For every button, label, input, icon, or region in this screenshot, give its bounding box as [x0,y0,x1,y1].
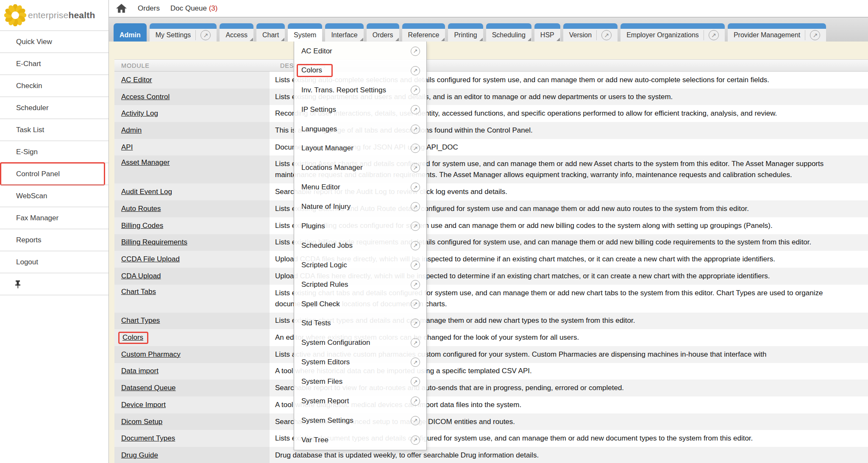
module-link-asset-manager[interactable]: Asset Manager [121,158,170,167]
menu-item-scripted-logic[interactable]: Scripted Logic↗ [294,255,426,275]
menu-item-nature-of-injury[interactable]: Nature of Injury↗ [294,197,426,216]
tab-chart[interactable]: Chart [256,23,285,42]
tab-my-settings[interactable]: My Settings↗ [150,23,217,42]
tab-admin[interactable]: Admin [114,23,147,42]
tab-scheduling[interactable]: Scheduling [486,23,531,42]
menu-item-scheduled-jobs[interactable]: Scheduled Jobs↗ [294,236,426,255]
module-link-billing-codes[interactable]: Billing Codes [121,222,163,230]
module-link-drug-guide[interactable]: Drug Guide [121,451,158,460]
module-link-api[interactable]: API [121,143,133,152]
menu-item-spell-check[interactable]: Spell Check↗ [294,294,426,314]
module-link-ac-editor[interactable]: AC Editor [121,76,152,84]
open-new-icon[interactable]: ↗ [411,66,420,75]
tab-provider-management[interactable]: Provider Management↗ [728,23,826,42]
open-new-icon[interactable]: ↗ [200,30,211,40]
menu-item-layout-manager[interactable]: Layout Manager↗ [294,139,426,158]
tab-access[interactable]: Access [220,23,253,42]
table-row: Audit Event LogSearchable report for the… [114,183,868,200]
menu-item-locations-manager[interactable]: Locations Manager↗ [294,158,426,177]
open-new-icon[interactable]: ↗ [411,261,420,270]
menu-item-system-editors[interactable]: System Editors↗ [294,352,426,372]
open-new-icon[interactable]: ↗ [411,222,420,231]
open-new-icon[interactable]: ↗ [411,105,420,114]
sidebar-item-scheduler[interactable]: Scheduler [0,97,108,119]
menu-item-menu-editor[interactable]: Menu Editor↗ [294,177,426,197]
tab-employer-organizations[interactable]: Employer Organizations↗ [620,23,725,42]
module-link-data-import[interactable]: Data import [121,367,159,375]
menu-item-system-settings[interactable]: System Settings↗ [294,411,426,430]
module-link-audit-event-log[interactable]: Audit Event Log [121,188,172,196]
open-new-icon[interactable]: ↗ [411,435,420,445]
module-link-billing-requirements[interactable]: Billing Requirements [121,238,187,247]
home-icon[interactable] [116,3,127,14]
sidebar-item-e-sign[interactable]: E-Sign [0,141,108,163]
open-new-icon[interactable]: ↗ [810,30,820,40]
sidebar-pin-toggle[interactable] [0,273,108,295]
module-link-chart-tabs[interactable]: Chart Tabs [121,288,156,296]
menu-item-colors[interactable]: Colors↗ [294,61,426,80]
menu-item-var-tree[interactable]: Var Tree↗ [294,430,426,450]
open-new-icon[interactable]: ↗ [411,396,420,406]
module-link-document-types[interactable]: Document Types [121,434,175,443]
menu-item-system-report[interactable]: System Report↗ [294,391,426,411]
breadcrumb-doc-queue[interactable]: Doc Queue (3) [170,4,218,13]
open-new-icon[interactable]: ↗ [411,416,420,425]
menu-item-ac-editor[interactable]: AC Editor↗ [294,42,426,61]
sidebar-item-e-chart[interactable]: E-Chart [0,53,108,75]
open-new-icon[interactable]: ↗ [411,86,420,95]
module-link-access-control[interactable]: Access Control [121,93,170,101]
menu-item-system-files[interactable]: System Files↗ [294,372,426,391]
sidebar-item-logout[interactable]: Logout [0,251,108,273]
sidebar-item-checkin[interactable]: Checkin [0,75,108,97]
open-new-icon[interactable]: ↗ [411,241,420,250]
module-link-chart-types[interactable]: Chart Types [121,316,160,325]
module-cell: Colors [114,329,270,346]
open-new-icon[interactable]: ↗ [411,47,420,56]
open-new-icon[interactable]: ↗ [411,144,420,153]
module-link-activity-log[interactable]: Activity Log [121,109,158,118]
open-new-icon[interactable]: ↗ [411,280,420,289]
breadcrumb-orders[interactable]: Orders [138,4,160,13]
module-link-ccda-file-upload[interactable]: CCDA File Upload [121,255,180,263]
sidebar-item-quick-view[interactable]: Quick View [0,30,108,53]
module-link-custom-pharmacy[interactable]: Custom Pharmacy [121,350,181,359]
tab-interface[interactable]: Interface [325,23,363,42]
tab-printing[interactable]: Printing [448,23,483,42]
open-new-icon[interactable]: ↗ [411,163,420,172]
module-link-colors[interactable]: Colors [118,332,148,344]
tab-reference[interactable]: Reference [402,23,445,42]
open-new-icon[interactable]: ↗ [411,338,420,347]
open-new-icon[interactable]: ↗ [411,377,420,386]
open-new-icon[interactable]: ↗ [601,30,612,40]
sidebar-item-fax-manager[interactable]: Fax Manager [0,207,108,229]
open-new-icon[interactable]: ↗ [411,299,420,309]
menu-item-label: System Configuration [301,338,411,347]
module-link-dicom-setup[interactable]: Dicom Setup [121,418,162,426]
menu-item-ip-settings[interactable]: IP Settings↗ [294,100,426,119]
menu-item-inv-trans-report-settings[interactable]: Inv. Trans. Report Settings↗ [294,80,426,100]
menu-item-std-tests[interactable]: Std Tests↗ [294,313,426,333]
tab-hsp[interactable]: HSP [534,23,560,42]
sidebar-item-control-panel[interactable]: Control Panel [0,163,108,185]
menu-item-languages[interactable]: Languages↗ [294,119,426,139]
module-link-datasend-queue[interactable]: Datasend Queue [121,384,176,392]
sidebar-item-webscan[interactable]: WebScan [0,185,108,207]
open-new-icon[interactable]: ↗ [411,125,420,134]
tab-orders[interactable]: Orders [367,23,399,42]
tab-system[interactable]: System [288,23,322,42]
open-new-icon[interactable]: ↗ [411,319,420,328]
menu-item-system-configuration[interactable]: System Configuration↗ [294,333,426,352]
open-new-icon[interactable]: ↗ [411,183,420,192]
menu-item-plugins[interactable]: Plugins↗ [294,216,426,236]
open-new-icon[interactable]: ↗ [411,202,420,211]
module-link-auto-routes[interactable]: Auto Routes [121,205,161,213]
open-new-icon[interactable]: ↗ [709,30,719,40]
module-link-admin[interactable]: Admin [121,126,142,135]
module-link-cda-upload[interactable]: CDA Upload [121,272,161,280]
sidebar-item-reports[interactable]: Reports [0,229,108,251]
menu-item-scripted-rules[interactable]: Scripted Rules↗ [294,275,426,294]
open-new-icon[interactable]: ↗ [411,358,420,367]
tab-version[interactable]: Version↗ [563,23,618,42]
sidebar-item-task-list[interactable]: Task List [0,119,108,141]
module-link-device-import[interactable]: Device Import [121,401,166,409]
